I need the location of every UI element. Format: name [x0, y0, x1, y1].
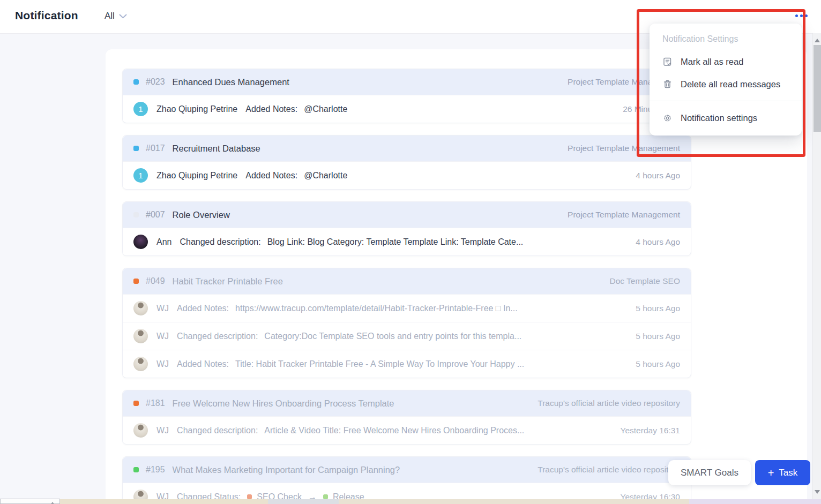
- status-to-bullet-icon: [323, 494, 328, 499]
- timestamp: 5 hours Ago: [626, 332, 680, 341]
- avatar: [133, 329, 148, 343]
- filter-label: All: [105, 11, 115, 21]
- avatar: [133, 423, 148, 438]
- avatar: 1: [133, 102, 148, 116]
- task-id: #049: [146, 276, 165, 286]
- settings-dropdown-menu: Notification Settings Mark all as readDe…: [650, 24, 802, 136]
- task-title: What Makes Marketing Important for Campa…: [173, 465, 400, 475]
- actor-name: WJ: [156, 332, 169, 341]
- add-task-button[interactable]: + Task: [755, 460, 810, 485]
- action-content: Article & Video Title: Free Welcome New …: [264, 426, 610, 435]
- notification-row[interactable]: WJChanged description:Article & Video Ti…: [123, 416, 691, 444]
- notification-group-header[interactable]: #049Habit Tracker Printable FreeDoc Temp…: [123, 268, 691, 294]
- status-from-bullet-icon: [247, 494, 252, 499]
- notification-group-header[interactable]: #017Recruitment DatabaseProject Template…: [123, 136, 691, 161]
- actor-name: WJ: [156, 426, 169, 435]
- status-bullet-icon: [133, 212, 139, 217]
- notification-row[interactable]: WJChanged description:Category:Doc Templ…: [123, 322, 691, 350]
- vertical-scrollbar[interactable]: [812, 33, 821, 499]
- avatar: [133, 301, 148, 315]
- task-id: #007: [146, 210, 165, 220]
- menu-item-notification-settings[interactable]: Notification settings: [650, 107, 802, 129]
- menu-item-label: Notification settings: [681, 113, 757, 123]
- action-content: @Charlotte: [304, 171, 626, 180]
- notification-group-header[interactable]: #023Enhanced Dues ManagementProject Temp…: [123, 69, 691, 95]
- menu-section-title: Notification Settings: [650, 31, 802, 50]
- notification-row[interactable]: WJAdded Notes:Title: Habit Tracker Print…: [123, 350, 691, 378]
- caret-icon: [51, 500, 54, 504]
- status-bullet-icon: [133, 146, 139, 151]
- notification-row[interactable]: AnnChanged description:Blog Link: Blog C…: [123, 228, 691, 255]
- timestamp: 5 hours Ago: [626, 359, 680, 369]
- task-button-label: Task: [779, 468, 797, 478]
- ellipsis-dot: [800, 14, 803, 17]
- actor-name: Zhao Qiuping Petrine: [156, 104, 237, 114]
- actor-name: Zhao Qiuping Petrine: [156, 171, 237, 180]
- notification-group-header[interactable]: #195What Makes Marketing Important for C…: [123, 457, 691, 483]
- project-name: Tracup's official article video reposito…: [527, 465, 680, 475]
- action-content: Category:Doc Template SEO tools and entr…: [264, 332, 626, 341]
- notification-group: #195What Makes Marketing Important for C…: [122, 456, 691, 504]
- action-label: Added Notes:: [245, 171, 297, 180]
- status-bullet-icon: [133, 401, 139, 406]
- menu-item-delete-all-read-messages[interactable]: Delete all read messages: [650, 73, 802, 95]
- task-title: Recruitment Database: [173, 144, 260, 154]
- action-content: Blog Link: Blog Category: Template Templ…: [267, 237, 626, 247]
- notification-row[interactable]: 1Zhao Qiuping PetrineAdded Notes:@Charlo…: [123, 95, 691, 123]
- timestamp: 5 hours Ago: [626, 304, 680, 313]
- horizontal-scrollbar-fragment: [0, 499, 60, 504]
- notification-group: #023Enhanced Dues ManagementProject Temp…: [122, 69, 691, 123]
- task-title: Free Welcome New Hires Onboarding Proces…: [173, 398, 394, 409]
- project-name: Project Template Management: [557, 144, 680, 153]
- notification-group: #181Free Welcome New Hires Onboarding Pr…: [122, 390, 691, 445]
- actor-name: Ann: [156, 237, 171, 247]
- mark-read-icon: [662, 57, 673, 67]
- ellipsis-dot: [795, 14, 798, 17]
- more-menu-button[interactable]: [795, 14, 808, 17]
- menu-divider: [650, 101, 802, 101]
- avatar: [133, 357, 148, 371]
- scroll-up-arrow-icon[interactable]: [815, 36, 820, 42]
- project-name: Tracup's official article video reposito…: [527, 398, 680, 408]
- task-id: #017: [146, 144, 165, 153]
- ellipsis-dot: [805, 14, 808, 17]
- filter-dropdown[interactable]: All: [105, 11, 127, 21]
- avatar: 1: [133, 168, 148, 183]
- notification-group-header[interactable]: #181Free Welcome New Hires Onboarding Pr…: [123, 390, 691, 416]
- task-id: #195: [146, 465, 165, 475]
- task-title: Role Overview: [173, 210, 230, 220]
- scrollbar-thumb[interactable]: [813, 45, 821, 132]
- notification-group-header[interactable]: #007Role OverviewProject Template Manage…: [123, 202, 691, 228]
- status-bullet-icon: [133, 79, 139, 85]
- timestamp: 4 hours Ago: [626, 237, 680, 247]
- menu-item-label: Mark all as read: [681, 57, 743, 67]
- menu-item-label: Delete all read messages: [681, 79, 780, 89]
- action-content: @Charlotte: [304, 104, 613, 114]
- status-bullet-icon: [133, 467, 139, 472]
- trash-icon: [662, 79, 673, 89]
- action-label: Added Notes:: [177, 304, 229, 313]
- plus-icon: +: [768, 468, 774, 478]
- smart-goals-button[interactable]: SMART Goals: [668, 460, 751, 485]
- notification-list: #023Enhanced Dues ManagementProject Temp…: [122, 69, 691, 504]
- menu-item-mark-all-as-read[interactable]: Mark all as read: [650, 50, 802, 73]
- gear-icon: [662, 113, 673, 123]
- timestamp: Yesterday 16:31: [611, 426, 680, 435]
- scroll-down-arrow-icon[interactable]: [815, 490, 820, 497]
- project-name: Project Template Management: [557, 210, 680, 220]
- action-content: https://www.tracup.com/template/detail/H…: [235, 304, 626, 313]
- project-name: Doc Template SEO: [599, 276, 680, 286]
- action-label: Added Notes:: [177, 359, 229, 369]
- task-title: Habit Tracker Printable Free: [173, 276, 283, 287]
- notification-row[interactable]: 1Zhao Qiuping PetrineAdded Notes:@Charlo…: [123, 161, 691, 189]
- action-label: Changed description:: [180, 237, 260, 247]
- action-label: Changed description:: [177, 332, 258, 341]
- status-bullet-icon: [133, 279, 139, 284]
- notification-row[interactable]: WJAdded Notes:https://www.tracup.com/tem…: [123, 294, 691, 322]
- task-title: Enhanced Dues Management: [173, 77, 289, 87]
- notification-group: #017Recruitment DatabaseProject Template…: [122, 135, 691, 190]
- action-label: Added Notes:: [245, 104, 297, 114]
- chevron-down-icon: [119, 14, 127, 19]
- action-label: Changed description:: [177, 426, 258, 435]
- action-content: Title: Habit Tracker Printable Free - A …: [235, 359, 626, 369]
